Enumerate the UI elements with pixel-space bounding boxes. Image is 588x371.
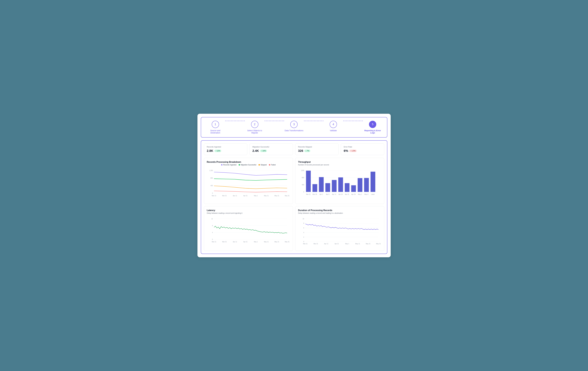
dashboard: Records Ingested 2.8K ↑ 12% Migration Su…: [201, 140, 387, 254]
svg-text:May 11: May 11: [264, 241, 269, 243]
chart-throughput-subtitle: Number of records processed per second: [298, 164, 381, 166]
step-2[interactable]: 2 Select Objects to Migrate: [245, 121, 264, 134]
step-3-circle: 3: [290, 121, 298, 128]
legend-dot-skipped: [259, 164, 260, 166]
step-4-label: Validate: [330, 129, 337, 132]
legend-dot-ingested: [221, 164, 222, 166]
bar-apr26: [351, 185, 356, 192]
legend-failed: Failed: [269, 164, 276, 166]
svg-text:Apr 16: Apr 16: [338, 193, 343, 195]
svg-text:May 6: May 6: [364, 193, 368, 195]
svg-text:Mar 21: Mar 21: [306, 193, 310, 195]
svg-text:Mar 21: Mar 21: [212, 195, 216, 196]
step-4-circle: 4: [330, 121, 337, 128]
chart-duration: Duration of Processing Records Delay bet…: [295, 206, 384, 251]
svg-text:1200: 1200: [301, 170, 304, 171]
svg-text:Apr 11: Apr 11: [233, 241, 237, 243]
stat-migration-successful-value: 2.4K: [252, 149, 259, 153]
stat-error-rate: Error Rate 6% ↑ 1.5%: [341, 143, 384, 155]
bar-may1: [358, 178, 362, 192]
step-1-label: Source and Destination: [206, 129, 225, 134]
svg-text:May 21: May 21: [274, 195, 279, 196]
connector-3-4: [304, 121, 324, 121]
stat-records-skipped-label: Records Skipped: [298, 146, 336, 148]
stat-records-skipped-value: 326: [298, 149, 303, 153]
connector-1-2: [225, 121, 245, 121]
svg-text:Apr 11: Apr 11: [332, 193, 336, 195]
throughput-svg: 1200 800 400 0: [298, 168, 381, 201]
stat-records-skipped-badge: ↓ 7%: [304, 149, 310, 152]
svg-text:Apr 6: Apr 6: [326, 193, 329, 195]
svg-text:6: 6: [303, 227, 304, 229]
legend-records-ingested: Records Ingested: [221, 164, 236, 166]
bar-label: [370, 171, 375, 192]
bar-apr6: [325, 183, 330, 192]
svg-text:Label: Label: [371, 193, 375, 195]
svg-text:0: 0: [212, 239, 213, 240]
connector-4-5: [343, 121, 363, 121]
stats-row: Records Ingested 2.8K ↑ 12% Migration Su…: [204, 143, 384, 155]
stat-error-rate-badge: ↑ 1.5%: [349, 149, 357, 152]
legend-skipped: Skipped: [259, 164, 267, 166]
stat-records-ingested: Records Ingested 2.8K ↑ 12%: [204, 143, 247, 155]
svg-text:Apr 21: Apr 21: [243, 241, 247, 243]
svg-text:12: 12: [211, 218, 213, 220]
svg-text:2: 2: [303, 236, 304, 238]
svg-text:May 1: May 1: [254, 195, 258, 196]
step-5[interactable]: 5 Reporting & Error Logs: [363, 121, 382, 134]
step-1[interactable]: 1 Source and Destination: [206, 121, 225, 134]
step-2-circle: 2: [251, 121, 258, 128]
svg-text:Apr 26: Apr 26: [351, 193, 356, 195]
stat-error-rate-label: Error Rate: [344, 146, 381, 148]
svg-text:Mar 21: Mar 21: [303, 243, 307, 244]
svg-text:Apr 11: Apr 11: [233, 195, 237, 196]
svg-text:1,200: 1,200: [209, 170, 213, 171]
stat-migration-successful: Migration Successful 2.4K ↑ 10%: [250, 143, 293, 155]
svg-text:May 31: May 31: [285, 195, 289, 196]
svg-text:Mar 31: Mar 31: [222, 195, 227, 196]
step-4[interactable]: 4 Validate: [324, 121, 343, 132]
svg-text:May 21: May 21: [366, 243, 370, 244]
chart-duration-subtitle: Delay between reading a record and loadi…: [298, 212, 381, 214]
svg-text:Apr 1: Apr 1: [319, 193, 323, 195]
step-1-circle: 1: [212, 121, 219, 128]
svg-text:Apr 21: Apr 21: [345, 193, 349, 195]
bar-apr1: [319, 177, 324, 192]
bar-apr16: [338, 177, 343, 192]
svg-text:800: 800: [210, 177, 213, 179]
main-container: 1 Source and Destination 2 Select Object…: [198, 114, 391, 257]
svg-text:May 31: May 31: [285, 241, 289, 243]
svg-text:4: 4: [303, 232, 304, 233]
chart-records-breakdown-legend: Records Ingested Migration Successful Sk…: [207, 164, 290, 166]
svg-text:0: 0: [303, 241, 304, 243]
step-3-label: Data Transformations: [285, 129, 304, 132]
svg-text:400: 400: [302, 184, 304, 186]
stat-records-ingested-label: Records Ingested: [207, 146, 244, 148]
stepper: 1 Source and Destination 2 Select Object…: [201, 117, 387, 138]
svg-text:May 31: May 31: [376, 243, 381, 244]
svg-text:10: 10: [303, 218, 304, 220]
svg-text:800: 800: [302, 177, 304, 178]
svg-text:0: 0: [303, 191, 304, 193]
stat-migration-successful-badge: ↑ 10%: [260, 149, 267, 152]
stat-records-skipped: Records Skipped 326 ↓ 7%: [295, 143, 339, 155]
bar-mar26: [312, 184, 317, 192]
svg-text:8: 8: [303, 223, 304, 224]
legend-migration-successful: Migration Successful: [239, 164, 256, 166]
bar-apr21: [345, 183, 349, 192]
chart-throughput-title: Throughput: [298, 161, 381, 163]
svg-text:400: 400: [210, 185, 213, 186]
duration-svg: 10 8 6 4 2 0 Mar 21 Mar 31 Apr 11 Apr 21…: [298, 216, 381, 247]
bar-mar21: [306, 170, 311, 192]
step-3[interactable]: 3 Data Transformations: [284, 121, 304, 132]
legend-dot-successful: [239, 164, 240, 166]
chart-records-breakdown-title: Records Processing Breakdown: [207, 161, 290, 163]
stat-records-ingested-badge: ↑ 12%: [214, 149, 221, 152]
stat-records-ingested-value: 2.8K: [207, 149, 213, 153]
svg-text:May 21: May 21: [274, 241, 279, 243]
stat-error-rate-value: 6%: [344, 149, 348, 153]
svg-text:May 11: May 11: [355, 243, 360, 244]
bar-apr11: [332, 180, 336, 192]
svg-text:4: 4: [212, 232, 213, 233]
stat-migration-successful-label: Migration Successful: [252, 146, 290, 148]
